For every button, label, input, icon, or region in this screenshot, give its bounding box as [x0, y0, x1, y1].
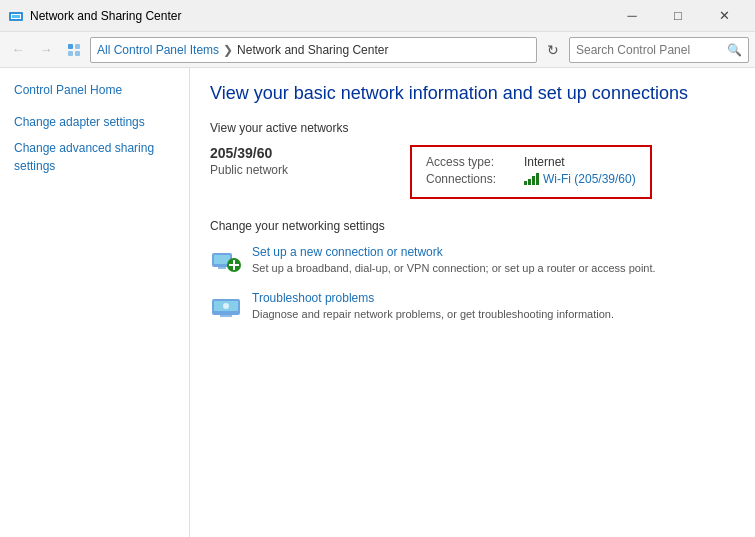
change-networking-title: Change your networking settings	[210, 219, 735, 233]
title-bar: Network and Sharing Center ─ □ ✕	[0, 0, 755, 32]
breadcrumb: All Control Panel Items ❯ Network and Sh…	[90, 37, 537, 63]
wifi-link-text: Wi-Fi (205/39/60)	[543, 172, 636, 186]
sidebar: Control Panel Home Change adapter settin…	[0, 68, 190, 537]
wifi-connection-link[interactable]: Wi-Fi (205/39/60)	[524, 172, 636, 186]
troubleshoot-text: Troubleshoot problems Diagnose and repai…	[252, 291, 614, 321]
minimize-button[interactable]: ─	[609, 0, 655, 32]
troubleshoot-icon	[210, 291, 242, 323]
troubleshoot-desc: Diagnose and repair network problems, or…	[252, 308, 614, 320]
svg-rect-15	[220, 315, 232, 317]
svg-rect-4	[75, 44, 80, 49]
app-icon	[8, 8, 24, 24]
access-type-row: Access type: Internet	[426, 155, 636, 169]
breadcrumb-current: Network and Sharing Center	[237, 43, 388, 57]
active-networks-header: View your active networks	[210, 121, 735, 135]
action-item-troubleshoot: Troubleshoot problems Diagnose and repai…	[210, 291, 735, 323]
search-box: 🔍	[569, 37, 749, 63]
network-status-box: Access type: Internet Connections: Wi-Fi…	[410, 145, 652, 199]
network-name: 205/39/60	[210, 145, 390, 161]
new-connection-desc: Set up a broadband, dial-up, or VPN conn…	[252, 262, 656, 274]
change-networking-section: Change your networking settings Set up a…	[210, 219, 735, 323]
refresh-button[interactable]: ↻	[541, 38, 565, 62]
up-button[interactable]	[62, 38, 86, 62]
search-input[interactable]	[576, 43, 727, 57]
back-button[interactable]: ←	[6, 38, 30, 62]
network-type: Public network	[210, 163, 390, 177]
sidebar-item-control-panel-home[interactable]: Control Panel Home	[0, 78, 189, 102]
svg-rect-5	[68, 51, 73, 56]
svg-point-16	[223, 303, 229, 309]
svg-rect-2	[12, 15, 20, 18]
svg-rect-6	[75, 51, 80, 56]
network-info-area: 205/39/60 Public network Access type: In…	[210, 145, 735, 199]
connections-label: Connections:	[426, 172, 516, 186]
wifi-signal-icon	[524, 173, 539, 185]
window-title: Network and Sharing Center	[30, 9, 609, 23]
action-item-new-connection: Set up a new connection or network Set u…	[210, 245, 735, 277]
main-layout: Control Panel Home Change adapter settin…	[0, 68, 755, 537]
network-name-block: 205/39/60 Public network	[210, 145, 390, 177]
troubleshoot-link[interactable]: Troubleshoot problems	[252, 291, 614, 305]
breadcrumb-control-panel-items[interactable]: All Control Panel Items	[97, 43, 219, 57]
svg-rect-3	[68, 44, 73, 49]
access-type-value: Internet	[524, 155, 565, 169]
page-title: View your basic network information and …	[210, 82, 735, 105]
new-connection-icon	[210, 245, 242, 277]
sidebar-item-change-adapter[interactable]: Change adapter settings	[0, 110, 189, 134]
forward-button[interactable]: →	[34, 38, 58, 62]
search-icon[interactable]: 🔍	[727, 43, 742, 57]
svg-rect-12	[229, 264, 239, 266]
new-connection-link[interactable]: Set up a new connection or network	[252, 245, 656, 259]
window-controls: ─ □ ✕	[609, 0, 747, 32]
sidebar-item-change-advanced-sharing[interactable]: Change advanced sharing settings	[0, 136, 189, 178]
maximize-button[interactable]: □	[655, 0, 701, 32]
access-type-label: Access type:	[426, 155, 516, 169]
new-connection-text: Set up a new connection or network Set u…	[252, 245, 656, 275]
address-bar: ← → All Control Panel Items ❯ Network an…	[0, 32, 755, 68]
content-area: View your basic network information and …	[190, 68, 755, 537]
connections-row: Connections: Wi-Fi (205/39/60)	[426, 172, 636, 186]
svg-rect-9	[218, 267, 226, 269]
close-button[interactable]: ✕	[701, 0, 747, 32]
